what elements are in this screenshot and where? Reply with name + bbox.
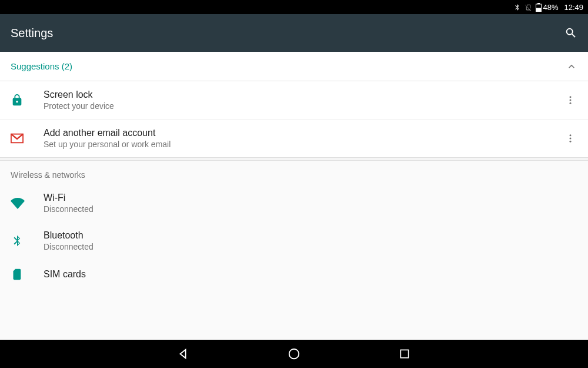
nav-recent-button[interactable]: [396, 346, 413, 362]
svg-point-8: [570, 138, 572, 140]
setting-title: Wi-Fi: [44, 193, 577, 203]
no-sim-status-icon: [524, 4, 532, 11]
suggestion-title: Add another email account: [44, 128, 563, 138]
recent-icon: [399, 348, 410, 360]
search-button[interactable]: [564, 26, 577, 39]
svg-point-3: [570, 96, 572, 98]
setting-sim-cards[interactable]: SIM cards: [0, 260, 588, 289]
svg-point-9: [570, 141, 572, 142]
svg-point-7: [570, 134, 572, 136]
setting-wifi[interactable]: Wi-Fi Disconnected: [0, 184, 588, 222]
sim-icon: [11, 268, 22, 281]
more-vert-icon: [565, 133, 576, 144]
suggestions-header[interactable]: Suggestions (2): [0, 52, 588, 81]
nav-home-button[interactable]: [286, 346, 302, 362]
suggestion-subtitle: Set up your personal or work email: [44, 140, 563, 149]
setting-title: SIM cards: [44, 269, 577, 280]
gmail-icon: [11, 133, 24, 144]
svg-rect-11: [400, 350, 408, 357]
chevron-up-icon: [566, 61, 577, 72]
suggestion-overflow-button[interactable]: [563, 133, 577, 144]
bluetooth-icon: [11, 234, 24, 247]
suggestion-overflow-button[interactable]: [563, 95, 577, 105]
suggestions-header-label: Suggestions (2): [11, 61, 72, 71]
battery-icon: [536, 3, 542, 12]
home-icon: [288, 347, 300, 360]
battery-percent-text: 48%: [543, 3, 558, 12]
lock-icon: [11, 94, 24, 107]
settings-content: Suggestions (2) Screen lock Protect your…: [0, 52, 588, 340]
suggestion-add-email[interactable]: Add another email account Set up your pe…: [0, 120, 588, 157]
status-bar: 48% 12:49: [0, 0, 588, 14]
app-bar: Settings: [0, 14, 588, 52]
suggestion-subtitle: Protect your device: [44, 101, 563, 111]
wireless-section-label: Wireless & networks: [0, 161, 588, 184]
setting-subtitle: Disconnected: [44, 204, 577, 214]
suggestion-screen-lock[interactable]: Screen lock Protect your device: [0, 81, 588, 120]
battery-status: 48%: [536, 3, 558, 12]
wifi-icon: [11, 196, 25, 210]
back-icon: [177, 347, 190, 360]
svg-point-10: [289, 349, 299, 359]
more-vert-icon: [565, 95, 576, 105]
page-title: Settings: [11, 26, 53, 40]
svg-point-5: [570, 102, 572, 104]
search-icon: [564, 26, 577, 39]
status-time: 12:49: [564, 3, 583, 12]
bluetooth-status-icon: [513, 4, 521, 11]
navigation-bar: [0, 340, 588, 368]
setting-bluetooth[interactable]: Bluetooth Disconnected: [0, 222, 588, 260]
suggestion-title: Screen lock: [44, 89, 563, 100]
nav-back-button[interactable]: [175, 346, 192, 362]
setting-subtitle: Disconnected: [44, 242, 577, 251]
svg-rect-2: [536, 8, 541, 11]
svg-point-4: [570, 100, 572, 101]
setting-title: Bluetooth: [44, 230, 577, 241]
